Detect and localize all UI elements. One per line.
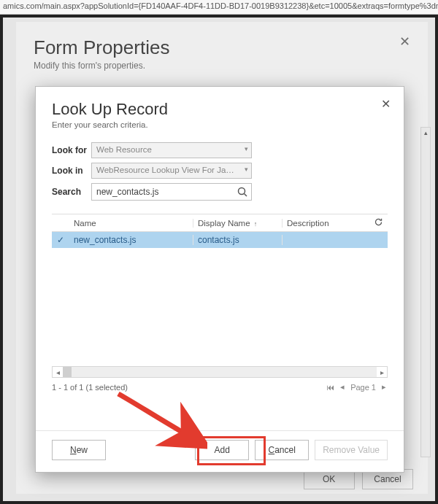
lookin-label: Look in [52,166,91,176]
search-input[interactable] [92,184,235,200]
form-properties-subtitle: Modify this form's properties. [34,61,410,71]
lookin-value: WebResource Lookup View For Java Scr [96,166,250,174]
grid-empty-area [52,248,388,365]
scroll-up-icon[interactable]: ▴ [421,128,430,138]
grid-header-display-name-text: Display Name [198,219,250,228]
pager-info: 1 - 1 of 1 (1 selected) [52,383,128,392]
row-name: new_contacts.js [69,235,193,245]
grid-horizontal-scrollbar[interactable]: ◂ ▸ [52,366,388,378]
add-button[interactable]: Add [195,440,249,460]
lookfor-value: Web Resource [96,145,152,154]
dialog-title: Look Up Record [52,100,388,119]
search-box[interactable] [91,183,252,201]
dialog-subtitle: Enter your search criteria. [52,120,388,129]
svg-line-1 [245,194,247,197]
pager-next-icon[interactable]: ▸ [380,382,388,392]
remove-value-button: Remove Value [315,440,388,460]
dialog-footer: New Add Cancel Remove Value [36,430,404,472]
pager-first-icon[interactable]: ⏮ [325,383,336,392]
chevron-down-icon: ▾ [245,166,248,173]
refresh-icon[interactable] [369,217,388,228]
row-selected-check-icon: ✓ [52,235,69,245]
lookfor-dropdown[interactable]: Web Resource ▾ [91,142,252,158]
lookin-dropdown[interactable]: WebResource Lookup View For Java Scr ▾ [91,163,252,179]
browser-url-bar[interactable]: amics.com/main.aspx?appSolutionId={FD140… [0,0,438,15]
vertical-scrollbar[interactable]: ▴ [420,127,431,457]
scroll-track[interactable] [63,367,377,377]
sort-asc-icon: ↑ [254,220,258,228]
grid-header-row: Name Display Name ↑ Description [52,214,388,232]
scroll-thumb[interactable] [63,367,72,377]
new-button[interactable]: New [52,440,106,460]
pager-page-text: Page 1 [349,383,377,392]
lookup-record-dialog: ✕ Look Up Record Enter your search crite… [35,86,404,473]
scroll-left-icon[interactable]: ◂ [53,368,63,376]
search-label: Search [52,187,91,197]
pager-prev-icon[interactable]: ◂ [339,382,346,392]
scroll-right-icon[interactable]: ▸ [377,368,387,376]
form-properties-close-icon[interactable]: ✕ [399,34,410,50]
grid-header-display-name[interactable]: Display Name ↑ [193,219,283,228]
dialog-close-icon[interactable]: ✕ [381,97,391,111]
chevron-down-icon: ▾ [245,145,248,152]
lookfor-label: Look for [52,145,91,155]
row-display-name: contacts.js [193,235,283,245]
form-properties-title: Form Properties [34,36,410,59]
svg-point-0 [239,188,245,195]
results-grid: Name Display Name ↑ Description ✓ new_co… [52,214,388,392]
search-icon[interactable] [237,186,248,198]
grid-header-description[interactable]: Description [283,219,363,228]
grid-header-name[interactable]: Name [69,219,193,228]
grid-pager: 1 - 1 of 1 (1 selected) ⏮ ◂ Page 1 ▸ [52,382,388,392]
grid-row-selected[interactable]: ✓ new_contacts.js contacts.js [52,232,388,248]
cancel-button[interactable]: Cancel [255,440,309,460]
app-viewport: Form Properties Modify this form's prope… [0,15,438,504]
